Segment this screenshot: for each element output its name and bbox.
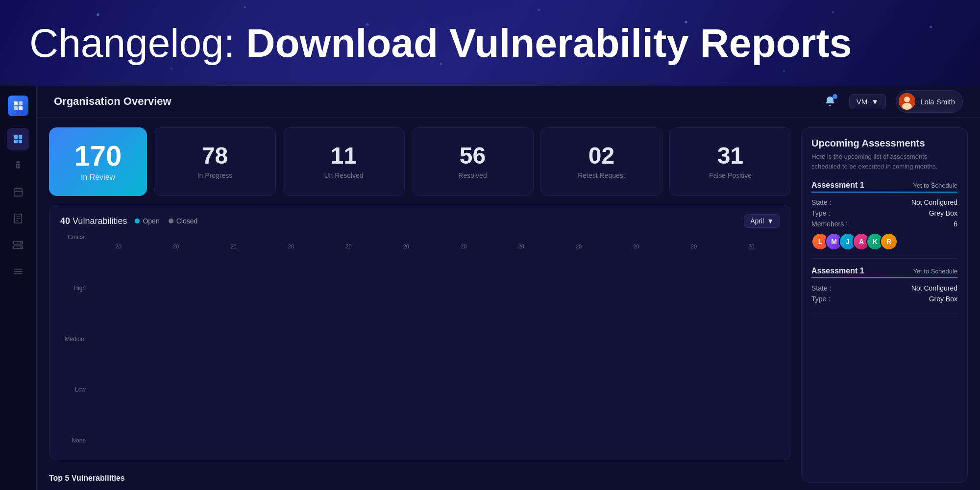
svg-point-3 — [538, 9, 540, 11]
stat-main-number: 170 — [74, 142, 122, 170]
sidebar-item-bugs[interactable] — [7, 154, 29, 177]
x-label-1: 20 — [147, 244, 204, 249]
header-right: VM ▼ Lola Smith — [821, 90, 963, 113]
assessments-title: Upcoming Assessments — [811, 138, 957, 149]
assessment-1-header: Assessment 1 Yet to Schedule — [811, 181, 957, 190]
inner-content: 170 In Review 78 In Progress 11 Un Resol… — [37, 118, 980, 490]
assessment-2-type-value: Grey Box — [929, 295, 957, 303]
assessment-2-header: Assessment 1 Yet to Schedule — [811, 267, 957, 275]
type-label: Type : — [811, 209, 830, 217]
x-label-10: 20 — [665, 244, 722, 249]
chart-bars-area — [90, 234, 780, 244]
stat-main-label: In Review — [81, 173, 115, 182]
user-profile[interactable]: Lola Smith — [896, 90, 963, 113]
sidebar-item-calendar[interactable] — [7, 181, 29, 203]
chart-title: 40 Vulnarabilities — [60, 216, 127, 226]
bottom-left-label: Top 5 Vulnerabilities — [49, 474, 125, 483]
assessment-1-state-row: State : Not Configured — [811, 198, 957, 206]
chart-body: Critical High Medium Low None — [60, 234, 780, 454]
stat-card-in-progress: 78 In Progress — [154, 127, 276, 196]
header: Organisation Overview VM ▼ — [37, 86, 980, 118]
stat-number-false-positive: 31 — [717, 144, 743, 168]
svg-rect-11 — [19, 101, 23, 105]
svg-rect-13 — [19, 106, 23, 110]
stat-label-resolved: Resolved — [458, 172, 487, 179]
svg-point-0 — [97, 13, 99, 16]
main-layout: Organisation Overview VM ▼ — [0, 86, 980, 490]
vm-dropdown[interactable]: VM ▼ — [849, 94, 886, 109]
sidebar-item-menu[interactable] — [7, 260, 29, 283]
stats-row: 170 In Review 78 In Progress 11 Un Resol… — [49, 127, 791, 196]
assessment-1-type-value: Grey Box — [929, 209, 957, 217]
month-label: April — [750, 217, 764, 225]
chart-x-labels: 202020202020202020202020 — [90, 244, 780, 249]
chart-header: 40 Vulnarabilities Open Closed — [60, 214, 780, 228]
svg-point-6 — [930, 26, 932, 28]
sidebar — [0, 86, 37, 490]
svg-rect-16 — [14, 140, 18, 143]
stat-label-in-progress: In Progress — [197, 172, 233, 179]
content-area: Organisation Overview VM ▼ — [37, 86, 980, 490]
assessments-card: Upcoming Assessments Here is the upcomin… — [801, 127, 968, 483]
assessment-1-status: Yet to Schedule — [913, 182, 957, 189]
vm-label: VM — [857, 98, 868, 106]
notification-icon[interactable] — [821, 92, 839, 111]
stat-main-card: 170 In Review — [49, 127, 147, 196]
chart-legend: Open Closed — [135, 217, 197, 225]
assessment-2-type-row: Type : Grey Box — [811, 295, 957, 303]
chevron-down-icon: ▼ — [767, 217, 774, 225]
assessment-1-underline — [811, 192, 957, 193]
legend-open: Open — [135, 217, 159, 225]
assessment-2-name: Assessment 1 — [811, 267, 864, 275]
legend-closed: Closed — [169, 217, 198, 225]
svg-point-5 — [832, 11, 834, 13]
chart-y-axis: Critical High Medium Low None — [60, 234, 90, 454]
banner-title-bold: Download Vulnerability Reports — [246, 21, 852, 65]
y-label-low: Low — [60, 386, 90, 393]
assessment-item-2: Assessment 1 Yet to Schedule State : Not… — [811, 267, 957, 314]
sidebar-logo[interactable] — [8, 96, 28, 116]
state-label: State : — [811, 198, 831, 206]
user-name: Lola Smith — [920, 98, 955, 106]
svg-rect-17 — [19, 140, 22, 143]
bottom-labels: Top 5 Vulnerabilities — [49, 469, 791, 483]
left-panel: 170 In Review 78 In Progress 11 Un Resol… — [49, 127, 791, 483]
assessment-1-members-row: Memebers : 6 — [811, 220, 957, 228]
svg-point-1 — [244, 6, 246, 8]
x-label-9: 20 — [608, 244, 665, 249]
assessment-1-avatars: L M J A K R — [811, 233, 957, 250]
sidebar-item-servers[interactable] — [7, 234, 29, 256]
stat-card-resolved: 56 Resolved — [412, 127, 534, 196]
right-panel: Upcoming Assessments Here is the upcomin… — [801, 127, 968, 483]
month-dropdown[interactable]: April ▼ — [744, 214, 780, 228]
x-label-11: 20 — [723, 244, 780, 249]
sidebar-item-reports[interactable] — [7, 207, 29, 230]
svg-point-7 — [171, 68, 172, 70]
x-label-3: 20 — [262, 244, 319, 249]
y-label-high: High — [60, 285, 90, 292]
chevron-down-icon: ▼ — [871, 98, 879, 106]
svg-rect-15 — [19, 135, 22, 139]
x-label-2: 20 — [205, 244, 262, 249]
assessment-item-1: Assessment 1 Yet to Schedule State : Not… — [811, 181, 957, 259]
sidebar-item-dashboard[interactable] — [7, 128, 29, 150]
members-label: Memebers : — [811, 220, 848, 228]
banner-title: Changelog: Download Vulnerability Report… — [29, 20, 852, 66]
stat-number-unresolved: 11 — [331, 144, 357, 168]
stat-card-retest: 02 Retest Request — [540, 127, 662, 196]
header-title: Organisation Overview — [54, 95, 172, 108]
legend-open-label: Open — [143, 217, 159, 225]
state-label-2: State : — [811, 284, 831, 292]
legend-closed-label: Closed — [176, 217, 198, 225]
y-label-medium: Medium — [60, 336, 90, 343]
stat-number-in-progress: 78 — [202, 144, 228, 168]
x-label-4: 20 — [320, 244, 377, 249]
svg-point-9 — [783, 70, 785, 72]
svg-point-28 — [20, 242, 22, 244]
assessment-1-state-value: Not Configured — [911, 198, 957, 206]
svg-rect-18 — [14, 189, 23, 196]
svg-point-29 — [20, 246, 22, 248]
y-label-none: None — [60, 437, 90, 444]
svg-rect-12 — [14, 106, 18, 110]
stat-label-unresolved: Un Resolved — [324, 172, 363, 179]
